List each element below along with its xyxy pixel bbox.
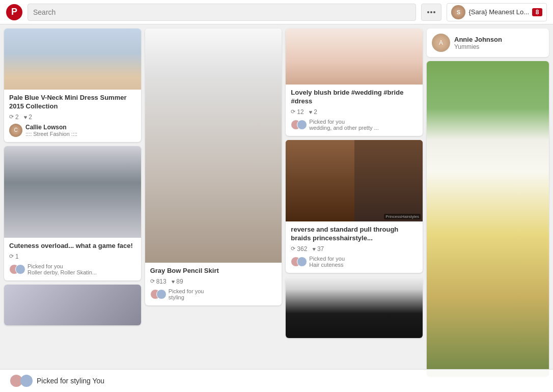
user-name-label: {Sara} Meanest Lo... [468, 8, 529, 16]
pins-area: Pale Blue V-Neck Mini Dress Summer 2015 … [0, 24, 553, 381]
pin-stats: ⟳ 362 ♥ 37 [291, 245, 418, 253]
pin-user-info: Callie Lowson :::: Street Fashion :::: [25, 124, 77, 137]
pin-info: Gray Bow Pencil Skirt ⟳ 813 ♥ 89 [145, 263, 282, 305]
picked-board: styling [169, 294, 204, 300]
pin-title: Lovely blush bride #wedding #bride #dres… [291, 89, 418, 106]
repin-count: ⟳ 2 [9, 114, 19, 121]
pin-title: reverse and standard pull through braids… [291, 226, 418, 243]
picked-avatar-2 [156, 289, 167, 299]
like-count: ♥ 2 [24, 114, 32, 121]
pin-image [4, 285, 141, 325]
bottom-banner: Picked for styling You [0, 369, 553, 392]
repin-count: ⟳ 1 [9, 253, 19, 260]
heart-icon: ♥ [172, 278, 175, 285]
picked-avatars [291, 120, 307, 130]
main-content: Pale Blue V-Neck Mini Dress Summer 2015 … [0, 24, 553, 381]
picked-info: Picked for you Roller derby, Roller Skat… [27, 263, 97, 275]
pin-title: Cuteness overload... what a game face! [9, 242, 136, 250]
picked-label: Picked for you [27, 263, 97, 269]
repin-icon: ⟳ [150, 278, 155, 285]
bottom-banner-text: Picked for styling You [37, 377, 104, 385]
repin-icon: ⟳ [9, 253, 14, 260]
picked-info: Picked for you Hair cuteness [309, 256, 345, 268]
pin-gray-skirt[interactable]: Gray Bow Pencil Skirt ⟳ 813 ♥ 89 [145, 29, 282, 305]
repin-count: ⟳ 813 [150, 278, 167, 285]
pin-pale-blue-dress[interactable]: Pale Blue V-Neck Mini Dress Summer 2015 … [4, 29, 141, 142]
pin-heels[interactable] [286, 277, 423, 338]
column-4: A Annie Johnson Yummies [427, 29, 549, 377]
heart-icon: ♥ [309, 109, 313, 115]
pin-title: Pale Blue V-Neck Mini Dress Summer 2015 … [9, 94, 136, 111]
pin-user-board: :::: Street Fashion :::: [25, 131, 77, 137]
picked-avatars [9, 264, 25, 274]
sidebar-user-suggestion[interactable]: A Annie Johnson Yummies [427, 29, 549, 57]
menu-dot [433, 11, 435, 13]
pin-info: reverse and standard pull through braids… [286, 221, 423, 273]
column-2: Gray Bow Pencil Skirt ⟳ 813 ♥ 89 [145, 29, 282, 305]
user-account-button[interactable]: S {Sara} Meanest Lo... 8 [447, 3, 547, 21]
picked-avatars [150, 289, 167, 299]
repin-count: ⟳ 12 [291, 108, 303, 116]
pin-info: Lovely blush bride #wedding #bride #dres… [286, 85, 423, 136]
picked-board: Roller derby, Roller Skatin... [27, 269, 97, 275]
pin-info: Cuteness overload... what a game face! ⟳… [4, 238, 141, 281]
bottom-banner-avatars [10, 375, 33, 387]
picked-for-you: Picked for you Roller derby, Roller Skat… [9, 263, 136, 275]
like-count: ♥ 2 [309, 108, 317, 116]
picked-avatar-2 [297, 257, 307, 267]
picked-board: Hair cuteness [309, 262, 345, 268]
repin-count: ⟳ 362 [291, 245, 307, 253]
repin-icon: ⟳ [291, 108, 295, 115]
pin-stats: ⟳ 2 ♥ 2 [9, 114, 136, 121]
pin-stats: ⟳ 813 ♥ 89 [150, 278, 277, 285]
picked-info: Picked for you styling [169, 288, 204, 300]
pinterest-logo[interactable]: P [6, 4, 22, 20]
pin-image [286, 277, 423, 338]
picked-avatar-2 [297, 120, 307, 130]
menu-dot [430, 11, 432, 13]
pin-roller-derby[interactable]: Cuteness overload... what a game face! ⟳… [4, 146, 141, 281]
repin-icon: ⟳ [9, 114, 14, 120]
heart-icon: ♥ [24, 114, 27, 120]
bottom-avatar-2 [20, 375, 33, 387]
pin-info: Pale Blue V-Neck Mini Dress Summer 2015 … [4, 90, 141, 142]
picked-for-you: Picked for you Hair cuteness [291, 256, 418, 268]
pin-user[interactable]: C Callie Lowson :::: Street Fashion :::: [9, 124, 136, 137]
picked-label: Picked for you [169, 288, 204, 294]
picked-label: Picked for you [309, 256, 345, 262]
pin-user-name: Callie Lowson [25, 124, 77, 131]
pin-image [4, 29, 141, 90]
sidebar-user-name: Annie Johnson [454, 36, 502, 43]
like-count: ♥ 37 [312, 245, 324, 253]
pin-title: Gray Bow Pencil Skirt [150, 267, 277, 275]
pin-image [4, 146, 141, 238]
heart-icon: ♥ [312, 246, 316, 252]
pin-blush-bride[interactable]: Lovely blush bride #wedding #bride #dres… [286, 29, 423, 136]
user-avatar: S [451, 5, 465, 19]
pin-stats: ⟳ 12 ♥ 2 [291, 108, 418, 116]
pin-fashion-lady[interactable] [427, 61, 549, 377]
like-count: ♥ 89 [172, 278, 183, 285]
sidebar-user-avatar: A [432, 34, 450, 52]
search-bar[interactable] [27, 4, 416, 21]
picked-label: Picked for you [309, 119, 378, 125]
notification-badge: 8 [532, 8, 542, 16]
pin-user-avatar: C [9, 124, 22, 137]
picked-for-you: Picked for you styling [150, 288, 277, 300]
search-input[interactable] [33, 8, 410, 16]
column-1: Pale Blue V-Neck Mini Dress Summer 2015 … [4, 29, 141, 325]
picked-info: Picked for you wedding, and other pretty… [309, 119, 378, 131]
menu-button[interactable] [421, 4, 441, 21]
pin-roller-derby-2[interactable] [4, 285, 141, 325]
pin-stats: ⟳ 1 [9, 253, 136, 260]
picked-for-you: Picked for you wedding, and other pretty… [291, 119, 418, 131]
pin-braids[interactable]: PrincessHairstyles reverse and standard … [286, 140, 423, 273]
sidebar-user-info: Annie Johnson Yummies [454, 36, 502, 50]
repin-icon: ⟳ [291, 245, 295, 252]
main-header: P S {Sara} Meanest Lo... 8 [0, 0, 553, 24]
pin-image [145, 29, 282, 263]
column-3: Lovely blush bride #wedding #bride #dres… [286, 29, 423, 338]
pin-image [427, 61, 549, 377]
menu-dot [427, 11, 429, 13]
picked-avatars [291, 257, 307, 267]
